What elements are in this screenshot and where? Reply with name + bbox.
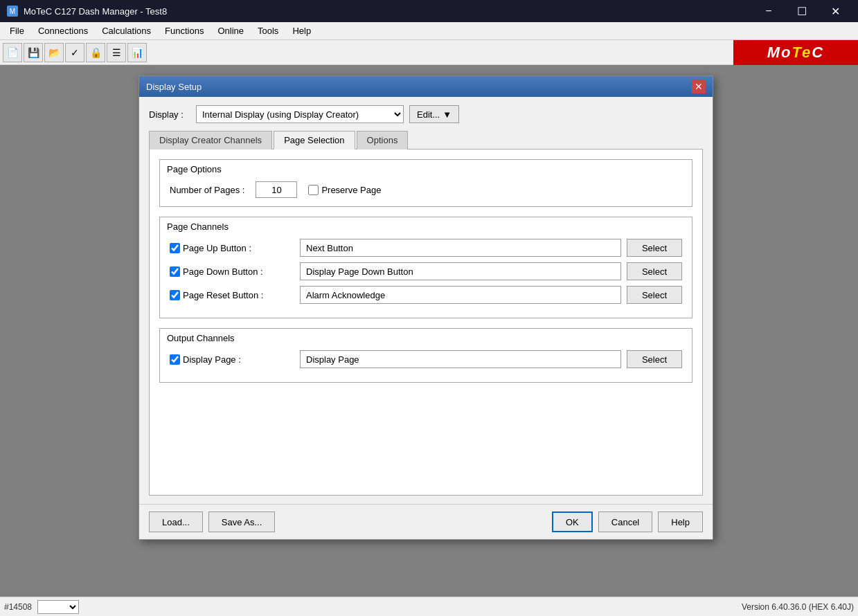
dialog-footer: Load... Save As... OK Cancel Help bbox=[139, 504, 713, 539]
motec-logo-text: MoTeC bbox=[767, 44, 825, 62]
display-page-input[interactable] bbox=[300, 350, 621, 368]
cancel-button[interactable]: Cancel bbox=[598, 511, 652, 532]
display-page-text: Display Page : bbox=[183, 354, 241, 365]
dialog-title: Display Setup bbox=[146, 82, 202, 92]
page-options-section: Page Options Number of Pages : Preserve … bbox=[159, 159, 692, 207]
display-select[interactable]: Internal Display (using Display Creator) bbox=[196, 105, 404, 123]
menu-calculations[interactable]: Calculations bbox=[95, 24, 158, 38]
dialog-body: Display : Internal Display (using Displa… bbox=[139, 97, 713, 504]
help-button[interactable]: Help bbox=[658, 511, 703, 532]
display-page-select-button[interactable]: Select bbox=[627, 350, 682, 368]
ok-button[interactable]: OK bbox=[552, 511, 593, 532]
status-bar-dropdown[interactable] bbox=[37, 600, 79, 614]
maximize-button[interactable]: ☐ bbox=[786, 0, 818, 22]
display-label: Display : bbox=[149, 109, 190, 120]
menu-file[interactable]: File bbox=[3, 24, 31, 38]
channel-row-page-reset: Page Reset Button : Select bbox=[170, 286, 682, 304]
page-up-checkbox[interactable] bbox=[170, 243, 180, 253]
output-channels-title: Output Channels bbox=[160, 329, 692, 346]
menu-tools[interactable]: Tools bbox=[251, 24, 285, 38]
display-setup-dialog: Display Setup ✕ Display : Internal Displ… bbox=[138, 75, 713, 540]
toolbar-check[interactable]: ✓ bbox=[65, 43, 84, 62]
toolbar-new[interactable]: 📄 bbox=[3, 43, 22, 62]
display-page-select-label: Select bbox=[642, 354, 667, 365]
output-channels-inner: Display Page : Select bbox=[160, 346, 692, 382]
tab-bar: Display Creator Channels Page Selection … bbox=[149, 130, 703, 150]
main-area: Display Setup ✕ Display : Internal Displ… bbox=[0, 65, 858, 597]
dialog-title-bar: Display Setup ✕ bbox=[139, 76, 713, 97]
toolbar-lock[interactable]: 🔒 bbox=[86, 43, 105, 62]
page-reset-text: Page Reset Button : bbox=[183, 290, 263, 300]
page-down-text: Page Down Button : bbox=[183, 266, 263, 277]
page-up-input[interactable] bbox=[300, 239, 621, 257]
toolbar-chart[interactable]: 📊 bbox=[127, 43, 147, 62]
tab-options-label: Options bbox=[367, 135, 398, 145]
tab-page-selection[interactable]: Page Selection bbox=[274, 131, 355, 150]
title-bar-controls: − ☐ ✕ bbox=[753, 0, 851, 22]
page-channels-title: Page Channels bbox=[160, 217, 692, 235]
load-button[interactable]: Load... bbox=[149, 511, 203, 532]
page-channels-inner: Page Up Button : Select Page Down Bu bbox=[160, 235, 692, 318]
cancel-button-label: Cancel bbox=[611, 517, 639, 527]
num-pages-input[interactable] bbox=[256, 181, 297, 198]
toolbar-list[interactable]: ☰ bbox=[107, 43, 126, 62]
page-reset-input[interactable] bbox=[300, 286, 621, 304]
page-reset-checkbox[interactable] bbox=[170, 290, 180, 300]
preserve-page-label[interactable]: Preserve Page bbox=[308, 185, 381, 195]
save-as-button-label: Save As... bbox=[222, 517, 262, 527]
status-bar: #14508 Version 6.40.36.0 (HEX 6.40J) bbox=[0, 597, 858, 616]
preserve-page-checkbox[interactable] bbox=[308, 185, 319, 195]
page-reset-label[interactable]: Page Reset Button : bbox=[170, 290, 294, 300]
tab-content-page-selection: Page Options Number of Pages : Preserve … bbox=[149, 150, 703, 496]
display-select-wrapper: Internal Display (using Display Creator) bbox=[196, 105, 404, 123]
page-down-label[interactable]: Page Down Button : bbox=[170, 266, 294, 277]
load-button-label: Load... bbox=[162, 517, 190, 527]
page-up-select-label: Select bbox=[642, 243, 667, 253]
tab-display-creator-label: Display Creator Channels bbox=[159, 135, 262, 145]
tab-display-creator-channels[interactable]: Display Creator Channels bbox=[149, 131, 272, 150]
edit-button[interactable]: Edit... ▼ bbox=[409, 105, 459, 123]
ok-button-label: OK bbox=[566, 517, 579, 527]
save-as-button[interactable]: Save As... bbox=[208, 511, 276, 532]
toolbar: 📄 💾 📂 ✓ 🔒 ☰ 📊 MoTeC bbox=[0, 40, 858, 65]
menu-bar: File Connections Calculations Functions … bbox=[0, 22, 858, 40]
edit-button-label: Edit... bbox=[417, 109, 440, 120]
toolbar-open[interactable]: 📂 bbox=[44, 43, 64, 62]
page-up-text: Page Up Button : bbox=[183, 243, 251, 253]
menu-online[interactable]: Online bbox=[211, 24, 251, 38]
toolbar-save[interactable]: 💾 bbox=[24, 43, 43, 62]
edit-dropdown-icon: ▼ bbox=[443, 109, 452, 120]
page-channels-section: Page Channels Page Up Button : Select bbox=[159, 217, 692, 318]
preserve-page-text: Preserve Page bbox=[321, 185, 381, 195]
status-item-id: #14508 bbox=[4, 602, 32, 612]
page-down-checkbox[interactable] bbox=[170, 266, 180, 277]
tab-options[interactable]: Options bbox=[357, 131, 409, 150]
close-button[interactable]: ✕ bbox=[819, 0, 851, 22]
motec-logo: MoTeC bbox=[733, 40, 858, 65]
page-up-select-button[interactable]: Select bbox=[627, 239, 682, 257]
minimize-button[interactable]: − bbox=[753, 0, 785, 22]
status-version: Version 6.40.36.0 (HEX 6.40J) bbox=[742, 602, 854, 612]
display-page-label[interactable]: Display Page : bbox=[170, 354, 294, 365]
page-up-label[interactable]: Page Up Button : bbox=[170, 243, 294, 253]
menu-connections[interactable]: Connections bbox=[31, 24, 95, 38]
tab-page-selection-label: Page Selection bbox=[284, 135, 344, 145]
display-page-checkbox[interactable] bbox=[170, 354, 180, 365]
menu-help[interactable]: Help bbox=[285, 24, 318, 38]
channel-row-display-page: Display Page : Select bbox=[170, 350, 682, 368]
page-down-select-label: Select bbox=[642, 266, 667, 277]
output-channels-section: Output Channels Display Page : Select bbox=[159, 328, 692, 383]
menu-functions[interactable]: Functions bbox=[158, 24, 211, 38]
page-down-select-button[interactable]: Select bbox=[627, 262, 682, 280]
page-down-input[interactable] bbox=[300, 262, 621, 280]
page-reset-select-button[interactable]: Select bbox=[627, 286, 682, 304]
title-bar-left: M MoTeC C127 Dash Manager - Test8 bbox=[7, 6, 167, 17]
channel-row-page-up: Page Up Button : Select bbox=[170, 239, 682, 257]
page-options-title: Page Options bbox=[160, 160, 692, 177]
channel-row-page-down: Page Down Button : Select bbox=[170, 262, 682, 280]
title-bar: M MoTeC C127 Dash Manager - Test8 − ☐ ✕ bbox=[0, 0, 858, 22]
options-row: Number of Pages : Preserve Page bbox=[170, 181, 682, 198]
window-title: MoTeC C127 Dash Manager - Test8 bbox=[24, 6, 167, 17]
page-options-inner: Number of Pages : Preserve Page bbox=[160, 177, 692, 206]
dialog-close-button[interactable]: ✕ bbox=[692, 80, 706, 93]
